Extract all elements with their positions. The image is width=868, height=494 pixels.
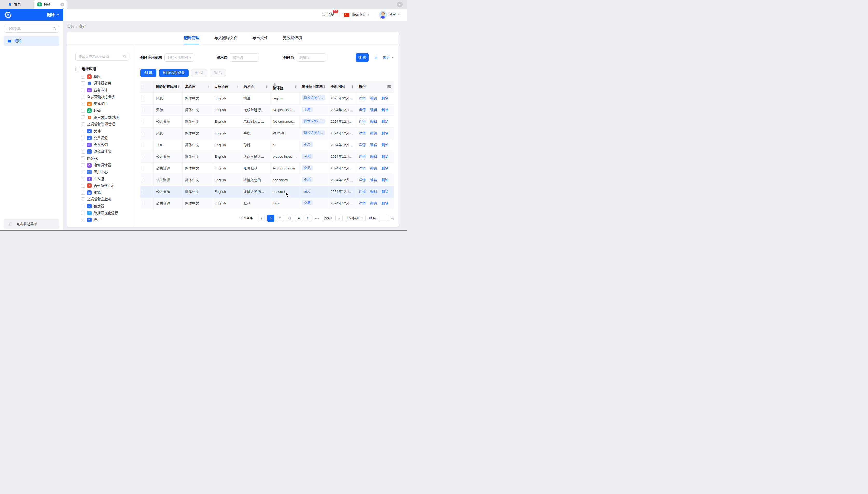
col-value[interactable]: 翻译值⋮ (270, 81, 299, 92)
app-tree-item[interactable]: ▭ 设计器公共 (76, 80, 129, 87)
tab-1[interactable]: 翻译管理 (184, 36, 199, 44)
app-checkbox[interactable] (81, 191, 85, 195)
app-checkbox[interactable] (81, 177, 85, 181)
app-tree-item[interactable]: ↖ 触发器 (76, 203, 129, 210)
column-menu-icon[interactable]: ⋮ (177, 84, 180, 89)
jump-page-input[interactable] (378, 214, 388, 222)
select-all-checkbox[interactable] (76, 67, 79, 71)
app-tree-item[interactable]: ▰ 文件 (76, 128, 129, 134)
row-checkbox[interactable] (143, 96, 143, 100)
col-source-lang[interactable]: 源语言⋮ (182, 81, 212, 92)
app-checkbox[interactable] (81, 150, 85, 154)
edit-link[interactable]: 编辑 (370, 201, 377, 205)
app-tree-item[interactable]: ☰ 集成接口 (76, 100, 129, 107)
horizontal-scrollbar[interactable] (0, 230, 407, 231)
expand-filters-button[interactable]: 展开 ▼ (383, 55, 394, 60)
app-tree-item[interactable]: ▤ 业务审计 (76, 87, 129, 94)
prev-page-button[interactable]: ‹ (258, 214, 265, 222)
delete-link[interactable]: 删除 (381, 201, 388, 205)
edit-link[interactable]: 编辑 (370, 131, 377, 135)
detail-link[interactable]: 详情 (359, 131, 366, 135)
delete-link[interactable]: 删除 (381, 166, 388, 170)
column-menu-icon[interactable]: ⋮ (294, 84, 297, 89)
app-tree-item[interactable]: ⚙ 流程设计器 (76, 162, 129, 169)
row-checkbox[interactable] (143, 201, 143, 206)
term-filter-input[interactable] (233, 56, 257, 60)
app-checkbox[interactable] (81, 197, 85, 201)
app-tree-item[interactable]: ⚙ 工作流 (76, 175, 129, 182)
table-row[interactable]: 公共资源简体中文English 未找到入口...No entrance... 源… (140, 116, 394, 127)
detail-link[interactable]: 详情 (359, 120, 366, 124)
column-settings-icon[interactable] (387, 84, 391, 89)
app-tree-item[interactable]: ⇄ 逻辑设计器 (76, 148, 129, 155)
detail-link[interactable]: 详情 (359, 166, 366, 170)
collapse-menu-button[interactable]: 点击收起菜单 (4, 219, 59, 229)
app-checkbox[interactable] (81, 109, 85, 113)
detail-link[interactable]: 详情 (359, 96, 366, 100)
column-menu-icon[interactable]: ⋮ (323, 84, 326, 89)
app-switch-caret-icon[interactable]: ▼ (57, 14, 59, 16)
page-button-3[interactable]: 3 (286, 214, 293, 222)
delete-link[interactable]: 删除 (381, 131, 388, 135)
language-switcher[interactable]: ★ 简体中文 ▼ (344, 13, 369, 17)
collapse-tabbar-button[interactable] (397, 2, 403, 7)
edit-link[interactable]: 编辑 (370, 155, 377, 158)
column-menu-icon[interactable]: ⋮ (207, 84, 210, 89)
edit-link[interactable]: 编辑 (370, 143, 377, 147)
row-checkbox[interactable] (143, 178, 143, 182)
app-checkbox[interactable] (81, 184, 85, 188)
app-tree-item[interactable]: ◎ 全员营销 (76, 141, 129, 148)
page-button-1[interactable]: 1 (267, 214, 274, 222)
detail-link[interactable]: 详情 (359, 143, 366, 147)
col-updated[interactable]: 更新时间⋮ (328, 81, 356, 92)
app-title[interactable]: 翻译 (47, 13, 55, 17)
detail-link[interactable]: 详情 (359, 155, 366, 158)
table-row[interactable]: 风灵简体中文English 手机PHONE 源术语所在... 2024年12月.… (140, 127, 394, 139)
edit-link[interactable]: 编辑 (370, 120, 377, 124)
row-checkbox[interactable] (143, 189, 143, 194)
column-menu-icon[interactable]: ⋮ (235, 84, 239, 89)
col-app[interactable]: 翻译所在应用⋮ (153, 81, 182, 92)
col-target-lang[interactable]: 目标语言⋮ (212, 81, 241, 92)
app-checkbox[interactable] (81, 170, 85, 174)
sidebar-item-translation[interactable]: 翻译 (4, 36, 59, 46)
breadcrumb-home[interactable]: 首页 (67, 24, 74, 28)
select-all-rows-checkbox[interactable] (143, 84, 143, 89)
app-checkbox[interactable] (81, 211, 85, 215)
edit-link[interactable]: 编辑 (370, 108, 377, 112)
row-checkbox[interactable] (143, 154, 143, 159)
app-checkbox[interactable] (81, 164, 85, 167)
table-row[interactable]: 公共资源简体中文English 请输入您的...password 全局 2024… (140, 174, 394, 186)
app-tree-item[interactable]: ◈ 公共资源 (76, 135, 129, 141)
detail-link[interactable]: 详情 (359, 178, 366, 182)
app-tree-item[interactable]: ● 权限 (76, 73, 129, 80)
col-term[interactable]: 源术语⋮ (241, 81, 270, 92)
app-checkbox[interactable] (81, 75, 85, 79)
row-checkbox[interactable] (143, 166, 143, 170)
next-page-button[interactable]: › (335, 214, 343, 222)
app-tree-item[interactable]: 全员营销资源管理 (76, 121, 129, 128)
app-tree-item[interactable]: 全员营销核心业务 (76, 94, 129, 100)
tab-4[interactable]: 更改翻译项 (283, 36, 302, 44)
table-row[interactable]: 公共资源简体中文English 账号登录Account Login 全局 202… (140, 163, 394, 174)
row-checkbox[interactable] (143, 143, 143, 147)
app-checkbox[interactable] (81, 122, 85, 126)
app-checkbox[interactable] (81, 156, 85, 160)
detail-link[interactable]: 详情 (359, 201, 366, 205)
sidebar-search-input[interactable] (4, 25, 59, 33)
delete-link[interactable]: 删除 (381, 155, 388, 158)
app-checkbox[interactable] (81, 81, 85, 86)
activate-button[interactable]: 激 活 (210, 69, 226, 77)
app-tree-item[interactable]: ⊞ 应用中心 (76, 169, 129, 175)
edit-link[interactable]: 编辑 (370, 178, 377, 182)
app-tree-item[interactable]: ▲ 第三方集成-地图 (76, 114, 129, 121)
app-checkbox[interactable] (81, 88, 85, 92)
col-scope[interactable]: 翻译应用范围⋮ (299, 81, 328, 92)
app-checkbox[interactable] (81, 204, 85, 208)
app-tree-item[interactable]: ▦ 资源 (76, 189, 129, 196)
detail-link[interactable]: 详情 (359, 190, 366, 193)
select-all-apps[interactable]: 选择应用 (76, 67, 129, 71)
app-tree-item[interactable]: 文 翻译 (76, 107, 129, 114)
app-tree-item[interactable]: ◔ 数据可视化运行 (76, 210, 129, 216)
app-checkbox[interactable] (81, 143, 85, 147)
